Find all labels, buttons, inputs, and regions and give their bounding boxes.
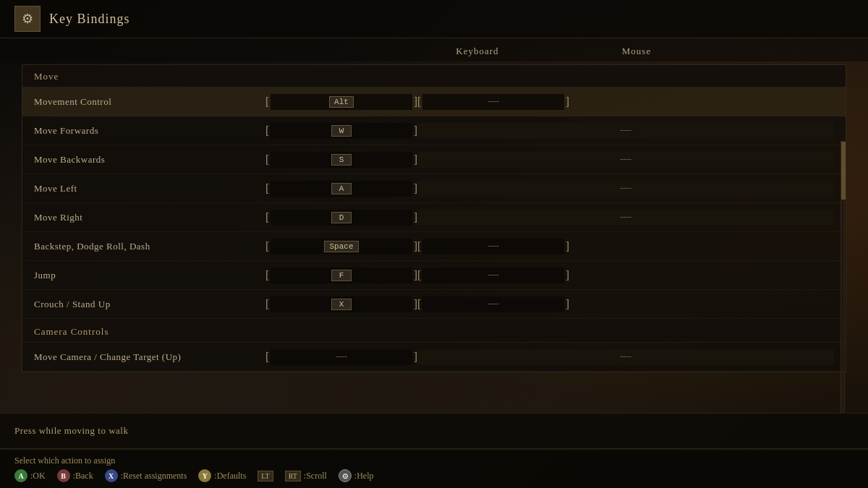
button-circle-label: :Help (354, 471, 374, 481)
bracket-right: ] (414, 95, 417, 108)
button-x-badge: X (105, 469, 118, 482)
button-b-label: :Back (73, 471, 93, 481)
key-slot-jump[interactable]: [ F ] (265, 265, 417, 286)
description-box: Press while moving to walk (0, 413, 868, 449)
mouse-slot-jump[interactable]: [ ---- ] (417, 267, 569, 283)
content-area: Move Movement Control [ Alt ] [ ---- (0, 61, 868, 413)
key-slot-move-forwards[interactable]: [ W ] (265, 121, 417, 141)
key-badge-movement-control: Alt (329, 96, 354, 108)
key-slot-move-right[interactable]: [ D ] (265, 207, 417, 228)
action-label-movement-control: Movement Control (34, 96, 265, 108)
bindings-panel: Move Movement Control [ Alt ] [ ---- (22, 64, 846, 372)
mouse-slot-move-forwards[interactable]: ---- (417, 123, 834, 139)
button-x-label: :Reset assignments (121, 471, 187, 481)
binding-movement-control[interactable]: Movement Control [ Alt ] [ ---- ] (22, 87, 846, 116)
control-rt: RT :Scroll (285, 471, 327, 481)
button-lt-badge: LT (258, 471, 273, 481)
mouse-slot-move-camera-up[interactable]: ---- (417, 349, 834, 365)
key-input-move-camera-up[interactable]: ---- (271, 349, 412, 365)
action-label-move-forwards: Move Forwards (34, 125, 265, 137)
key-input-move-right[interactable]: D (271, 210, 412, 226)
action-label-move-backwards: Move Backwards (34, 154, 265, 166)
button-a-label: :OK (30, 471, 46, 481)
mouse-input-crouch[interactable]: ---- (422, 296, 563, 312)
key-slot-move-left[interactable]: [ A ] (265, 179, 417, 199)
button-rt-label: :Scroll (304, 471, 327, 481)
mouse-slot-crouch[interactable]: [ ---- ] (417, 296, 569, 312)
button-circle-badge: ⊙ (339, 469, 352, 482)
binding-backstep[interactable]: Backstep, Dodge Roll, Dash [ Space ] [ -… (22, 232, 846, 261)
binding-move-backwards[interactable]: Move Backwards [ S ] ---- (22, 145, 846, 174)
controls-row: A :OK B :Back X :Reset assignments Y :De… (14, 469, 854, 482)
mouse-input-movement-control[interactable]: ---- (422, 94, 563, 110)
mouse-slot-move-backwards[interactable]: ---- (417, 152, 834, 168)
mouse-slot-movement-control[interactable]: [ ---- ] (417, 94, 569, 110)
binding-crouch[interactable]: Crouch / Stand Up [ X ] [ ---- ] (22, 290, 846, 319)
bracket-left: [ (265, 95, 269, 108)
key-input-move-backwards[interactable]: S (271, 152, 412, 168)
assign-label: Select which action to assign (14, 455, 854, 466)
key-slot-movement-control[interactable]: [ Alt ] (265, 92, 417, 112)
action-label-move-right: Move Right (34, 212, 265, 223)
settings-icon: ⚙ (14, 6, 41, 32)
binding-move-left[interactable]: Move Left [ A ] ---- (22, 174, 846, 203)
section-move-label: Move (34, 71, 59, 82)
bottom-bar: Select which action to assign A :OK B :B… (0, 449, 868, 488)
mouse-input-backstep[interactable]: ---- (422, 239, 563, 254)
mouse-slot-move-right[interactable]: ---- (417, 210, 834, 226)
mouse-slot-move-left[interactable]: ---- (417, 181, 834, 197)
scrollbar[interactable] (841, 141, 845, 413)
key-input-crouch[interactable]: X (271, 296, 412, 312)
button-y-label: :Defaults (214, 471, 246, 481)
control-back: B :Back (57, 469, 93, 482)
description-text: Press while moving to walk (14, 425, 128, 436)
key-input-jump[interactable]: F (271, 267, 412, 283)
binding-jump[interactable]: Jump [ F ] [ ---- ] (22, 261, 846, 290)
binding-move-camera-up[interactable]: Move Camera / Change Target (Up) [ ---- … (22, 343, 846, 372)
title-bar: ⚙ Key Bindings (0, 0, 868, 38)
control-lt: LT (258, 471, 273, 481)
section-camera: Camera Controls (22, 320, 846, 343)
button-a-badge: A (14, 469, 27, 482)
button-y-badge: Y (198, 469, 211, 482)
key-input-backstep[interactable]: Space (271, 239, 412, 254)
mouse-column-header: Mouse (557, 46, 716, 57)
control-ok: A :OK (14, 469, 46, 482)
key-slot-move-backwards[interactable]: [ S ] (265, 150, 417, 170)
action-label-move-camera-up: Move Camera / Change Target (Up) (34, 351, 265, 363)
scrollbar-thumb[interactable] (841, 142, 846, 200)
mouse-slot-backstep[interactable]: [ ---- ] (417, 239, 569, 254)
key-input-move-forwards[interactable]: W (271, 123, 412, 139)
key-slot-crouch[interactable]: [ X ] (265, 294, 417, 314)
main-container: ⚙ Key Bindings Keyboard Mouse Move Movem… (0, 0, 868, 488)
mouse-input-jump[interactable]: ---- (422, 267, 563, 283)
key-input-movement-control[interactable]: Alt (271, 94, 412, 110)
action-label-crouch: Crouch / Stand Up (34, 299, 265, 310)
key-input-move-left[interactable]: A (271, 181, 412, 197)
action-label-jump: Jump (34, 270, 265, 281)
page-title: Key Bindings (49, 12, 130, 27)
binding-move-right[interactable]: Move Right [ D ] ---- (22, 203, 846, 232)
column-headers: Keyboard Mouse (0, 38, 868, 61)
action-label-backstep: Backstep, Dodge Roll, Dash (34, 241, 265, 252)
control-reset: X :Reset assignments (105, 469, 187, 482)
key-slot-backstep[interactable]: [ Space ] (265, 236, 417, 257)
button-rt-badge: RT (285, 471, 301, 481)
action-label-move-left: Move Left (34, 183, 265, 194)
control-defaults: Y :Defaults (198, 469, 246, 482)
keyboard-column-header: Keyboard (398, 46, 557, 57)
binding-move-forwards[interactable]: Move Forwards [ W ] ---- (22, 116, 846, 145)
button-b-badge: B (57, 469, 70, 482)
section-move: Move (22, 65, 846, 87)
section-camera-label: Camera Controls (34, 326, 109, 337)
key-slot-move-camera-up[interactable]: [ ---- ] (265, 347, 417, 367)
control-help: ⊙ :Help (339, 469, 374, 482)
